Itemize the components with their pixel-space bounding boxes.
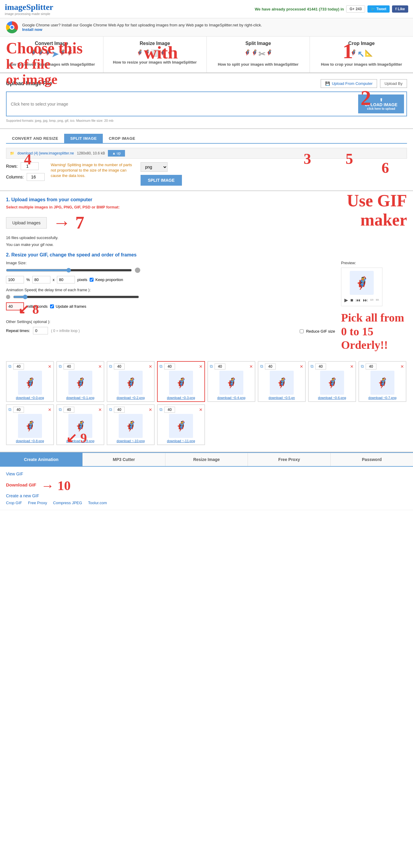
toolbar-create-animation[interactable]: Create Animation — [0, 453, 83, 466]
frame-delete-10[interactable]: ✕ — [149, 407, 152, 412]
frame-name-3[interactable]: download ~0-3.png — [167, 396, 195, 400]
frame-delete-5[interactable]: ✕ — [300, 364, 303, 369]
frame-delete-0[interactable]: ✕ — [48, 364, 51, 369]
new-gif-link[interactable]: Create a new GIF — [6, 493, 407, 498]
tab-split-image[interactable]: Split Image 🦸 🦸 ✂ 🦸 How to split your im… — [207, 37, 310, 72]
tab-resize-image[interactable]: Resize Image 🦸 🦸 ⬜ 🦸 🦸 How to resize you… — [103, 37, 207, 72]
frame-name-10[interactable]: download ~-10.png — [116, 439, 145, 443]
free-proxy-link[interactable]: Free Proxy — [28, 501, 47, 505]
frame-delay-11[interactable] — [164, 407, 175, 413]
frame-name-0[interactable]: download ~0-0.png — [16, 396, 44, 400]
keep-prop-checkbox[interactable] — [90, 278, 94, 282]
frame-name-8[interactable]: download ~0-8.png — [16, 439, 44, 443]
compress-jpeg-link[interactable]: Compress JPEG — [53, 501, 82, 505]
split-nav-split[interactable]: SPLIT IMAGE — [64, 134, 103, 143]
view-gif-link[interactable]: View GIF — [6, 471, 407, 476]
stop-button[interactable]: ■ — [350, 298, 353, 303]
frame-name-5[interactable]: download ~0-5.pn — [269, 396, 295, 400]
frame-delay-2[interactable] — [114, 364, 125, 370]
frame-copy-icon-6[interactable]: ⧉ — [310, 364, 313, 369]
frame-indicator-321: ³²¹ — [376, 299, 379, 302]
toolbar-password[interactable]: Password — [331, 453, 413, 466]
frame-copy-icon-2[interactable]: ⧉ — [109, 364, 112, 369]
split-nav-crop[interactable]: CROP IMAGE — [103, 134, 141, 143]
rows-input[interactable] — [21, 162, 39, 170]
upload-url-button[interactable]: Upload By — [380, 79, 407, 88]
frame-delay-1[interactable] — [64, 364, 74, 370]
toolur-link[interactable]: Toolur.com — [88, 501, 107, 505]
split-button[interactable]: SPLIT IMAGE — [141, 175, 182, 186]
tab-crop-image[interactable]: Crop Image 🦸 ↖ 📐 How to crop your images… — [310, 37, 413, 72]
frame-delete-8[interactable]: ✕ — [48, 407, 51, 412]
frame-copy-icon-1[interactable]: ⧉ — [59, 364, 62, 369]
frame-name-6[interactable]: download ~0-6.png — [318, 396, 346, 400]
frame-name-9[interactable]: download ~0-9.png — [66, 439, 94, 443]
upload-submit-button[interactable]: ⬆ UPLOAD IMAGE click here to upload — [358, 94, 404, 113]
frame-delete-4[interactable]: ✕ — [249, 364, 253, 369]
format-select[interactable]: png jpg gif bmp — [141, 162, 168, 172]
frame-copy-icon-5[interactable]: ⧉ — [260, 364, 263, 369]
pony-icon-1: 🦸 — [30, 49, 37, 59]
upload-computer-button[interactable]: 💾 Upload From Computer — [321, 79, 377, 88]
frame-copy-icon-7[interactable]: ⧉ — [361, 364, 364, 369]
frame-delay-3[interactable] — [164, 364, 175, 370]
cols-input[interactable] — [27, 173, 45, 181]
frame-copy-icon-0[interactable]: ⧉ — [8, 364, 11, 369]
size-slider[interactable] — [6, 268, 132, 273]
frame-card-10: ⧉ ✕ 🦸 download ~-10.png — [107, 404, 154, 445]
frame-name-7[interactable]: download ~0-7.png — [368, 396, 397, 400]
frame-copy-icon-11[interactable]: ⧉ — [160, 407, 163, 412]
crop-gif-link[interactable]: Crop GIF — [6, 501, 22, 505]
size-w-input[interactable] — [32, 276, 50, 283]
frame-delay-10[interactable] — [114, 407, 125, 413]
frame-delete-11[interactable]: ✕ — [199, 407, 203, 412]
toolbar-mp3-cutter[interactable]: MP3 Cutter — [83, 453, 166, 466]
frame-delay-5[interactable] — [265, 364, 276, 370]
frame-delete-9[interactable]: ✕ — [98, 407, 102, 412]
other-settings: Other Settings( optional ): Repeat times… — [6, 319, 335, 336]
tweet-button[interactable]: 🐦 Tweet — [368, 5, 390, 12]
tab-convert-image[interactable]: Convert Image 🦸 🦸 🦸 ➤ 🦸 🦸 How to convert… — [0, 37, 103, 72]
split-download-link[interactable]: download (4) [www.imagesplitter.ne — [18, 151, 74, 155]
size-pct-input[interactable] — [6, 276, 24, 283]
anim-slider[interactable] — [13, 294, 139, 299]
repeat-input[interactable] — [33, 327, 48, 334]
frame-copy-icon-3[interactable]: ⧉ — [160, 364, 163, 369]
frame-delete-7[interactable]: ✕ — [401, 364, 404, 369]
toolbar-free-proxy[interactable]: Free Proxy — [248, 453, 331, 466]
frame-copy-icon-10[interactable]: ⧉ — [109, 407, 112, 412]
frame-copy-icon-8[interactable]: ⧉ — [8, 407, 11, 412]
frame-delay-6[interactable] — [315, 364, 326, 370]
frame-delete-6[interactable]: ✕ — [350, 364, 354, 369]
download-gif-link[interactable]: Download GIF — [6, 482, 36, 487]
frame-name-2[interactable]: download ~0-2.png — [116, 396, 145, 400]
fb-button[interactable]: f Like — [392, 5, 408, 12]
frame-delay-0[interactable] — [13, 364, 24, 370]
split-upload-btn[interactable]: ▲ up — [108, 150, 125, 157]
frame-delay-4[interactable] — [215, 364, 226, 370]
size-h-input[interactable] — [57, 276, 75, 283]
frame-delay-8[interactable] — [13, 407, 24, 413]
update-all-checkbox[interactable] — [50, 304, 54, 308]
frame-copy-icon-4[interactable]: ⧉ — [210, 364, 213, 369]
frame-delete-1[interactable]: ✕ — [98, 364, 102, 369]
split-nav-convert[interactable]: CONVERT AND RESIZE — [6, 134, 64, 143]
reduce-checkbox[interactable] — [300, 329, 304, 333]
install-link[interactable]: Install now — [22, 27, 42, 32]
upload-input[interactable] — [9, 94, 356, 113]
upload-images-button[interactable]: Upload Images — [6, 217, 47, 228]
frame-delete-2[interactable]: ✕ — [149, 364, 152, 369]
frame-delay-9[interactable] — [64, 407, 74, 413]
prev-frame-button[interactable]: ⏮ — [356, 298, 360, 303]
frame-name-1[interactable]: download ~0-1.png — [66, 396, 94, 400]
anim-value-input[interactable] — [6, 302, 24, 310]
next-frame-button[interactable]: ⏭ — [363, 298, 368, 303]
frame-copy-icon-9[interactable]: ⧉ — [59, 407, 62, 412]
toolbar-resize-image[interactable]: Resize Image — [166, 453, 248, 466]
frame-name-4[interactable]: download ~0-4.png — [217, 396, 245, 400]
frame-delay-7[interactable] — [366, 364, 376, 370]
frame-delete-3[interactable]: ✕ — [199, 364, 203, 369]
frame-name-11[interactable]: download ~-11.png — [167, 439, 195, 443]
gplus-button[interactable]: G+ 243 — [346, 5, 365, 12]
play-button[interactable]: ▶ — [344, 297, 348, 303]
